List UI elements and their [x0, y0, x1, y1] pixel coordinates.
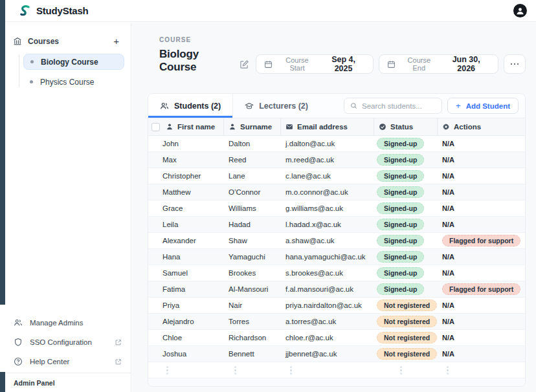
cell-first-name: Matthew [148, 184, 224, 200]
table-row[interactable]: Christopher Lane c.lane@ac.uk Signed-up … [148, 168, 525, 184]
column-email: Email address [281, 118, 374, 135]
cell-surname: Reed [224, 152, 281, 168]
tab-lecturers[interactable]: Lecturers (2) [233, 94, 320, 118]
cell-first-name: Alejandro [148, 314, 224, 329]
cell-status: Signed-up [374, 281, 438, 297]
table-row[interactable]: Fatima Al-Mansouri f.al.mansouri@ac.uk S… [148, 281, 525, 298]
table-row[interactable]: Grace Williams g.williams@ac.uk Signed-u… [148, 201, 525, 217]
left-rail-top-segment [0, 0, 5, 305]
sidebar-item-physics-course[interactable]: Physics Course [23, 74, 124, 90]
table-toolbar: + Add Student [320, 94, 525, 118]
cell-actions: N/A [438, 168, 525, 184]
loading-cell [374, 362, 438, 378]
table-header: First name Surname Email address [148, 118, 525, 136]
sidebar-item-help-center[interactable]: Help Center [5, 352, 131, 371]
cell-status: Signed-up [374, 249, 438, 265]
table-row[interactable]: Alexander Shaw a.shaw@ac.uk Signed-up Fl… [148, 233, 525, 249]
table-row[interactable]: Leila Hadad l.hadad.x@ac.uk Signed-up N/… [148, 217, 525, 233]
cell-status: Signed-up [374, 152, 438, 168]
course-header: COURSE Biology Course Course S [148, 36, 526, 74]
table-row[interactable]: Joshua Bennett jjbennet@ac.uk Not regist… [148, 346, 525, 362]
cell-email: a.torres@ac.uk [281, 314, 374, 329]
status-badge: Not registered [377, 299, 437, 312]
more-actions-button[interactable] [504, 54, 526, 74]
admin-panel-label: Admin Panel [14, 379, 55, 387]
cell-first-name: Max [148, 152, 224, 168]
cell-status: Signed-up [374, 233, 438, 248]
status-badge: Not registered [377, 316, 437, 328]
cell-surname: Williams [224, 201, 281, 216]
cell-actions: N/A [438, 217, 525, 232]
tab-students[interactable]: Students (2) [148, 94, 233, 118]
calendar-icon [387, 60, 396, 69]
status-badge: Signed-up [377, 267, 424, 279]
cell-actions: N/A [438, 136, 525, 151]
graduation-cap-icon [245, 102, 254, 111]
status-badge: Signed-up [377, 235, 424, 247]
add-student-label: Add Student [466, 102, 510, 110]
table-row[interactable]: John Dalton j.dalton@ac.uk Signed-up N/A [148, 136, 525, 152]
cell-first-name: Leila [148, 217, 224, 232]
cell-actions: N/A [438, 330, 525, 345]
cell-first-name: Joshua [148, 346, 224, 362]
course-start-button[interactable]: Course Start Sep 4, 2025 [256, 54, 374, 74]
search-icon [350, 102, 357, 109]
user-avatar[interactable] [513, 4, 527, 17]
left-rail-bottom-segment [0, 372, 5, 392]
table-row[interactable]: Priya Nair priya.nairdalton@ac.uk Not re… [148, 298, 525, 314]
cell-first-name: Grace [148, 201, 224, 216]
search-input[interactable] [362, 102, 436, 110]
table-body: John Dalton j.dalton@ac.uk Signed-up N/A… [148, 136, 525, 362]
table-row[interactable]: Samuel Brookes s.brookes@ac.uk Signed-up… [148, 265, 525, 281]
cell-email: hana.yamaguchi@ac.uk [281, 249, 374, 265]
sidebar-item-manage-admins[interactable]: Manage Admins [5, 313, 131, 332]
table-row[interactable]: Max Reed m.reed@ac.uk Signed-up N/A [148, 152, 525, 168]
add-student-button[interactable]: + Add Student [447, 98, 519, 114]
user-avatar-icon [515, 6, 525, 16]
sidebar-item-sso-configuration[interactable]: SSO Configuration [5, 332, 131, 352]
util-label: Help Center [30, 358, 107, 365]
status-badge: Signed-up [377, 138, 424, 150]
cell-first-name: Chloe [148, 330, 224, 345]
main-content: COURSE Biology Course Course S [132, 23, 536, 392]
edit-pencil-icon [240, 60, 249, 69]
status-badge: Signed-up [377, 186, 424, 199]
cell-surname: Richardson [224, 330, 281, 345]
cell-actions: N/A [438, 314, 525, 329]
course-end-button[interactable]: Course End Jun 30, 2026 [379, 54, 498, 74]
select-all-checkbox[interactable] [151, 123, 160, 131]
loading-cell [224, 362, 281, 378]
cell-status: Signed-up [374, 168, 438, 184]
tab-label: Lecturers (2) [259, 102, 308, 111]
cell-surname: Al-Mansouri [224, 281, 281, 297]
status-badge: Signed-up [377, 154, 424, 166]
sidebar-utilities: Manage Admins SSO Configuration [5, 313, 131, 371]
topbar: StudyStash [5, 0, 536, 22]
plus-icon: + [456, 102, 461, 110]
tree-guide-line [19, 55, 19, 87]
cell-status: Not registered [374, 346, 438, 362]
left-rail [0, 0, 5, 392]
sidebar-item-biology-course[interactable]: Biology Course [23, 54, 124, 70]
column-actions: Actions [438, 118, 525, 135]
edit-course-button[interactable] [238, 58, 251, 71]
cell-email: c.lane@ac.uk [281, 168, 374, 184]
cell-status: Signed-up [374, 201, 438, 216]
students-card: Students (2) Lecturers (2) [148, 93, 526, 387]
status-badge: Not registered [377, 332, 437, 344]
cell-actions: N/A [438, 346, 525, 362]
sidebar-courses-header: Courses + [5, 23, 131, 46]
cell-email: m.o.connor@ac.uk [281, 184, 374, 200]
cell-email: jjbennet@ac.uk [281, 346, 374, 362]
table-row[interactable]: Matthew O’Connor m.o.connor@ac.uk Signed… [148, 184, 525, 201]
cell-status: Signed-up [374, 217, 438, 232]
table-row[interactable]: Chloe Richardson chloe.r@ac.uk Not regis… [148, 330, 525, 346]
util-label: Manage Admins [30, 319, 122, 327]
action-badge: Flagged for support [442, 235, 520, 247]
table-row[interactable]: Hana Yamaguchi hana.yamaguchi@ac.uk Sign… [148, 249, 525, 265]
students-icon [160, 102, 169, 111]
cell-status: Not registered [374, 330, 438, 345]
cell-status: Signed-up [374, 184, 438, 200]
add-course-button[interactable]: + [112, 36, 120, 46]
table-row[interactable]: Alejandro Torres a.torres@ac.uk Not regi… [148, 314, 525, 330]
